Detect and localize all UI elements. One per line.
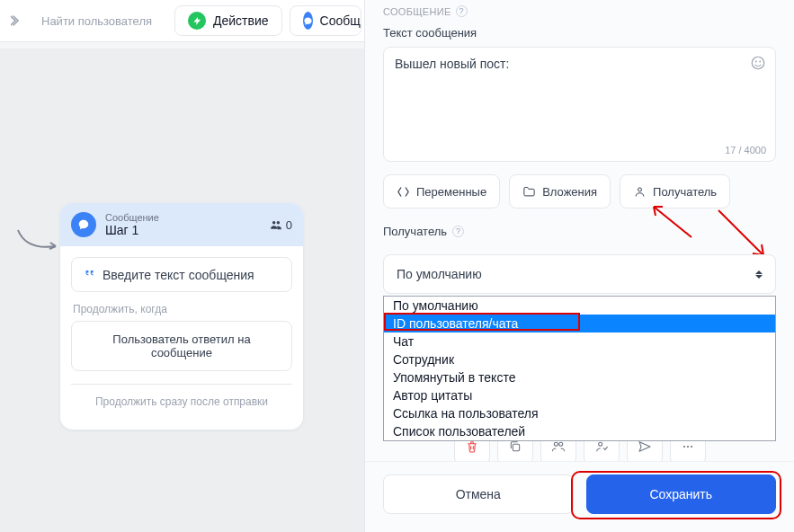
- message-chip[interactable]: Сообщение: [290, 5, 361, 36]
- chat-icon: [303, 12, 313, 30]
- option-user-list[interactable]: Список пользователей: [384, 422, 775, 440]
- action-chip[interactable]: Действие: [174, 5, 282, 36]
- svg-point-9: [598, 442, 602, 446]
- settings-panel: СООБЩЕНИЕ ? Текст сообщения Вышел новый …: [364, 0, 794, 532]
- variables-button[interactable]: Переменные: [383, 174, 500, 208]
- option-chat[interactable]: Чат: [384, 332, 775, 350]
- node-supertitle: Сообщение: [105, 212, 261, 223]
- help-icon[interactable]: ?: [456, 5, 468, 17]
- svg-point-8: [558, 442, 562, 446]
- svg-point-3: [638, 188, 642, 191]
- chat-icon: [71, 212, 96, 237]
- send-icon: [638, 439, 652, 454]
- svg-point-1: [755, 61, 757, 63]
- more-icon: [681, 439, 695, 454]
- node-card[interactable]: Сообщение Шаг 1 0 Введите текст сообщени…: [60, 203, 303, 430]
- expand-chevron-icon[interactable]: [7, 8, 25, 33]
- recipient-label: Получатель ?: [383, 225, 776, 238]
- char-counter: 17 / 4000: [725, 145, 766, 155]
- users-icon: [551, 439, 566, 454]
- chip-label: Действие: [213, 13, 269, 28]
- quote-icon: [83, 267, 95, 282]
- svg-point-12: [690, 446, 691, 448]
- chip-label: Сообщение: [320, 13, 361, 28]
- node-title: Шаг 1: [105, 223, 261, 237]
- cancel-button[interactable]: Отмена: [383, 474, 574, 514]
- svg-point-0: [752, 57, 764, 69]
- variables-icon: [397, 185, 410, 199]
- user-check-icon: [594, 439, 609, 454]
- save-button[interactable]: Сохранить: [586, 474, 777, 514]
- sort-icon: [755, 270, 763, 279]
- help-icon[interactable]: ?: [452, 226, 464, 237]
- folder-icon: [522, 185, 536, 199]
- recipient-button[interactable]: Получатель: [620, 174, 730, 208]
- search-input[interactable]: [32, 7, 167, 34]
- option-user-link[interactable]: Ссылка на пользователя: [384, 404, 775, 422]
- user-icon: [633, 185, 647, 199]
- continue-condition[interactable]: Пользователь ответил на сообщение: [71, 321, 292, 371]
- section-label: СООБЩЕНИЕ ?: [383, 5, 776, 17]
- message-prompt[interactable]: Введите текст сообщения: [71, 257, 292, 292]
- svg-point-10: [682, 446, 684, 448]
- option-user-chat-id[interactable]: ID пользователя/чата: [384, 315, 775, 332]
- people-count: 0: [270, 218, 292, 232]
- option-mentioned[interactable]: Упомянутый в тексте: [384, 368, 775, 386]
- option-default[interactable]: По умолчанию: [384, 297, 775, 315]
- copy-icon: [508, 439, 522, 454]
- svg-point-11: [686, 446, 688, 448]
- attachments-button[interactable]: Вложения: [509, 174, 611, 208]
- svg-point-2: [759, 61, 761, 63]
- recipient-dropdown: По умолчанию ID пользователя/чата Чат Со…: [383, 296, 776, 441]
- emoji-icon[interactable]: [750, 55, 766, 75]
- continue-when-label: Продолжить, когда: [73, 303, 292, 315]
- connector-arrow-icon: [16, 228, 61, 259]
- option-quote-author[interactable]: Автор цитаты: [384, 386, 775, 404]
- option-employee[interactable]: Сотрудник: [384, 350, 775, 368]
- recipient-select[interactable]: По умолчанию: [383, 254, 776, 294]
- text-label: Текст сообщения: [383, 26, 776, 40]
- lightning-icon: [188, 12, 206, 30]
- node-header: Сообщение Шаг 1 0: [60, 203, 303, 246]
- continue-immediately[interactable]: Продолжить сразу после отправки: [71, 385, 292, 419]
- people-icon: [270, 218, 282, 231]
- svg-rect-6: [513, 444, 519, 450]
- message-textarea[interactable]: Вышел новый пост: 17 / 4000: [383, 47, 776, 162]
- trash-icon: [465, 439, 479, 454]
- svg-point-7: [554, 442, 558, 446]
